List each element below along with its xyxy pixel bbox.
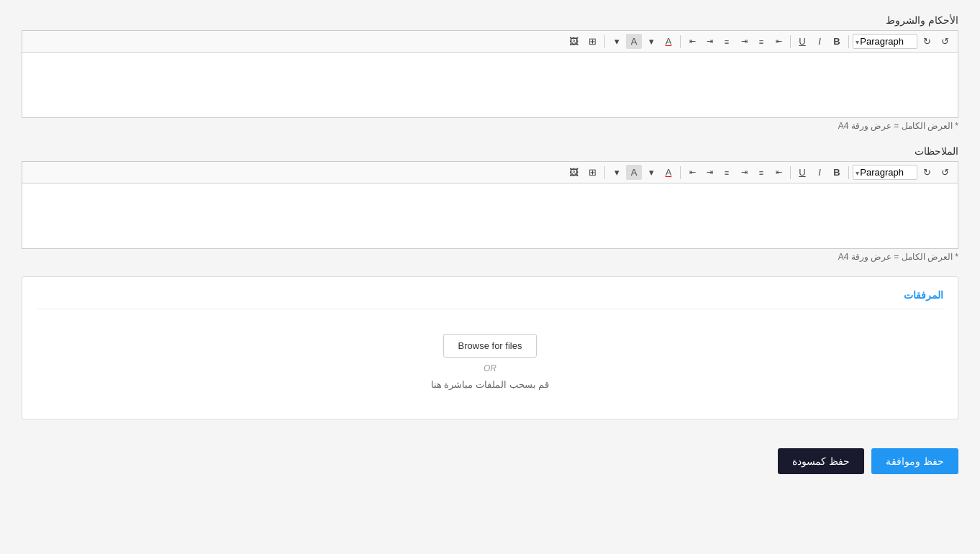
- notes-undo-btn[interactable]: ↺: [937, 165, 953, 180]
- notes-indent-left-btn[interactable]: ⇤: [684, 165, 700, 179]
- divider-3: [680, 35, 681, 48]
- terms-align-right-btn[interactable]: ⇥: [736, 35, 752, 48]
- save-approve-button[interactable]: حفظ وموافقة: [871, 448, 958, 474]
- notes-divider-2: [790, 166, 791, 179]
- notes-font-color-btn[interactable]: A: [661, 165, 676, 180]
- notes-table-btn[interactable]: ⊞: [584, 165, 601, 180]
- notes-editor: ↺ ↻ Paragraph B I U ⇤ ≡ ⇥ ≡ ⇥ ⇤ A ▾ A ▾: [22, 161, 958, 249]
- or-text: OR: [484, 363, 496, 373]
- notes-align-center-btn[interactable]: ≡: [753, 166, 769, 179]
- terms-paragraph-wrapper: Paragraph: [853, 34, 917, 49]
- attachments-title: المرفقات: [904, 289, 943, 301]
- attachments-header: المرفقات: [37, 289, 943, 309]
- terms-highlight-arrow-btn[interactable]: ▾: [609, 34, 625, 49]
- terms-content-area[interactable]: [22, 53, 958, 117]
- notes-hint: * العرض الكامل = عرض ورقة A4: [22, 252, 958, 262]
- notes-divider-3: [680, 166, 681, 179]
- terms-toolbar: ↺ ↻ Paragraph B I U ⇤ ≡ ⇥ ≡ ⇥ ⇤ A ▾ A ▾: [22, 31, 958, 53]
- notes-toolbar: ↺ ↻ Paragraph B I U ⇤ ≡ ⇥ ≡ ⇥ ⇤ A ▾ A ▾: [22, 162, 958, 183]
- notes-paragraph-wrapper: Paragraph: [853, 165, 917, 180]
- terms-underline-btn[interactable]: U: [794, 34, 810, 49]
- terms-indent-right-btn[interactable]: ⇥: [702, 35, 717, 48]
- terms-bold-btn[interactable]: B: [829, 34, 845, 49]
- terms-undo-btn[interactable]: ↺: [937, 34, 953, 49]
- notes-align-right-btn[interactable]: ⇥: [736, 165, 752, 179]
- divider-1: [848, 35, 849, 48]
- terms-align-justify-btn[interactable]: ≡: [719, 35, 735, 48]
- attachments-section: المرفقات Browse for files OR قم بسحب الم…: [22, 276, 958, 419]
- browse-files-button[interactable]: Browse for files: [443, 334, 537, 358]
- notes-highlight-btn[interactable]: A: [626, 165, 642, 180]
- terms-font-color-btn[interactable]: A: [661, 34, 676, 49]
- notes-indent-right-btn[interactable]: ⇥: [702, 165, 717, 179]
- notes-content-area[interactable]: [22, 183, 958, 248]
- action-bar: حفظ وموافقة حفظ كمسودة: [22, 441, 958, 481]
- notes-align-left-btn[interactable]: ⇤: [771, 165, 786, 179]
- terms-highlight-btn[interactable]: A: [626, 34, 642, 49]
- notes-paragraph-select[interactable]: Paragraph: [853, 165, 917, 180]
- notes-label: الملاحظات: [22, 145, 958, 157]
- terms-font-color-arrow-btn[interactable]: ▾: [643, 34, 659, 49]
- notes-highlight-arrow-btn[interactable]: ▾: [609, 165, 625, 180]
- terms-image-btn[interactable]: 🖼: [565, 34, 583, 49]
- save-draft-button[interactable]: حفظ كمسودة: [778, 448, 864, 474]
- terms-align-left-btn[interactable]: ⇤: [771, 35, 786, 48]
- divider-2: [790, 35, 791, 48]
- terms-table-btn[interactable]: ⊞: [584, 34, 601, 49]
- terms-indent-left-btn[interactable]: ⇤: [684, 35, 700, 48]
- notes-italic-btn[interactable]: I: [812, 165, 827, 180]
- notes-align-justify-btn[interactable]: ≡: [719, 166, 735, 179]
- notes-underline-btn[interactable]: U: [794, 165, 810, 180]
- terms-redo-btn[interactable]: ↻: [919, 34, 935, 49]
- terms-align-center-btn[interactable]: ≡: [753, 35, 769, 48]
- notes-bold-btn[interactable]: B: [829, 165, 845, 180]
- terms-editor: ↺ ↻ Paragraph B I U ⇤ ≡ ⇥ ≡ ⇥ ⇤ A ▾ A ▾: [22, 30, 958, 118]
- notes-font-color-arrow-btn[interactable]: ▾: [643, 165, 659, 180]
- notes-divider-4: [604, 166, 605, 179]
- terms-hint: * العرض الكامل = عرض ورقة A4: [22, 121, 958, 131]
- terms-italic-btn[interactable]: I: [812, 34, 827, 49]
- upload-area: Browse for files OR قم بسحب الملفات مباش…: [37, 319, 943, 404]
- notes-image-btn[interactable]: 🖼: [565, 165, 583, 180]
- drag-drop-text: قم بسحب الملفات مباشرة هنا: [431, 379, 549, 390]
- terms-label: الأحكام والشروط: [22, 14, 958, 26]
- notes-divider-1: [848, 166, 849, 179]
- notes-redo-btn[interactable]: ↻: [919, 165, 935, 180]
- terms-paragraph-select[interactable]: Paragraph: [853, 34, 917, 49]
- divider-4: [604, 35, 605, 48]
